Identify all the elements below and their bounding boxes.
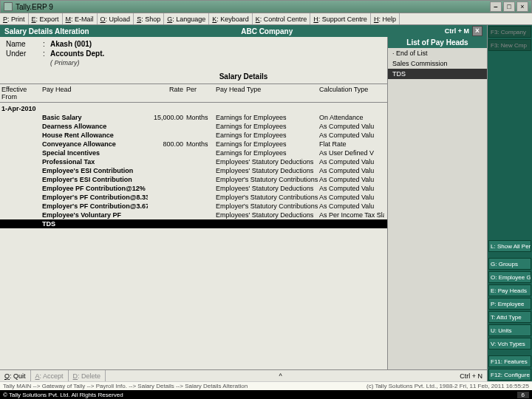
sidebar-button[interactable]: E: Pay Heads [488,284,531,296]
quit-button[interactable]: Q: Quit [0,370,31,381]
col-payheadtype: Pay Head Type [214,86,318,100]
sidebar-button[interactable]: T: Attd Type [488,311,531,323]
list-item[interactable]: TDS [388,69,487,79]
list-item[interactable]: Sales Commission [388,58,487,69]
copyright: © Tally Solutions Pvt. Ltd. All Rights R… [3,392,123,398]
sidebar-button[interactable]: G: Groups [488,258,531,270]
sidebar-button[interactable]: F11: Features [488,355,531,367]
menu-item[interactable]: E: Export [29,13,63,24]
sidebar-button[interactable]: U: Units [488,324,531,336]
close-button[interactable]: × [516,1,528,12]
menu-item[interactable]: K: Keyboard [209,13,253,24]
list-panel-title: List of Pay Heads [388,37,487,48]
menu-item[interactable]: P: Print [0,13,29,24]
sidebar-button[interactable]: O: Employee Groups [488,271,531,283]
panel-close-icon[interactable]: × [472,26,482,36]
window-title: Tally.ERP 9 [16,3,53,11]
menu-item[interactable]: G: Language [164,13,209,24]
col-calctype: Calculation Type [318,86,384,100]
footer: © Tally Solutions Pvt. Ltd. All Rights R… [0,390,532,399]
header-shortcut: Ctrl + M [445,27,469,35]
screen-title: Salary Details Alteration [4,27,89,35]
app-icon [4,2,13,11]
menu-item[interactable]: O: Upload [98,13,134,24]
col-payhead: Pay Head [41,86,148,100]
status-right: (c) Tally Solutions Pvt. Ltd., 1988-2 Fr… [366,383,529,389]
sidebar-button[interactable]: L: Show All Periods [488,240,531,252]
delete-button[interactable]: D: Delete [69,370,106,381]
menu-item[interactable]: M: E-Mail [63,13,98,24]
status-bar: Tally MAIN --> Gateway of Tally --> Payr… [0,381,532,390]
col-rate: Rate [148,86,185,100]
accept-button[interactable]: A: Accept [31,370,69,381]
menu-item[interactable]: H: Support Centre [310,13,371,24]
sidebar-button[interactable]: V: Vch Types [488,338,531,349]
sidebar-button[interactable]: P: Employee [488,298,531,310]
sidebar-button[interactable]: F12: Configure [488,369,531,381]
list-item[interactable]: · End of List [388,48,487,58]
name-label: Name [6,40,43,48]
menu-item[interactable]: K: Control Centre [253,13,311,24]
menu-item[interactable]: H: Help [371,13,400,24]
sidebar: F3: CompanyF3: New CmpL: Show All Period… [488,25,532,381]
top-menu: P: PrintE: ExportM: E-MailO: UploadS: Sh… [0,13,532,25]
maximize-button[interactable]: □ [503,1,515,12]
breadcrumb: Tally MAIN --> Gateway of Tally --> Payr… [3,383,248,389]
under-value: Accounts Dept. [50,50,104,58]
sidebar-button[interactable]: F3: Company [488,26,531,38]
menu-item[interactable]: S: Shop [134,13,164,24]
name-value: Akash (001) [50,40,92,48]
col-per: Per [185,86,214,100]
company-name: ABC Company [89,27,445,35]
col-effective: Effective [1,86,27,93]
window-titlebar: Tally.ERP 9 ‒ □ × [0,0,532,13]
main-area: Salary Details Alteration ABC Company Ct… [0,25,488,381]
list-panel: List of Pay Heads · End of ListSales Com… [387,37,487,369]
minimize-button[interactable]: ‒ [490,1,502,12]
bottom-shortcut: Ctrl + N [455,372,487,380]
under-label: Under [6,50,43,58]
bottom-bar: Q: Quit A: Accept D: Delete ^ Ctrl + N [0,369,487,381]
page-number: 6 [517,392,529,398]
screen-header: Salary Details Alteration ABC Company Ct… [0,25,487,37]
sidebar-button[interactable]: F3: New Cmp [488,39,531,51]
